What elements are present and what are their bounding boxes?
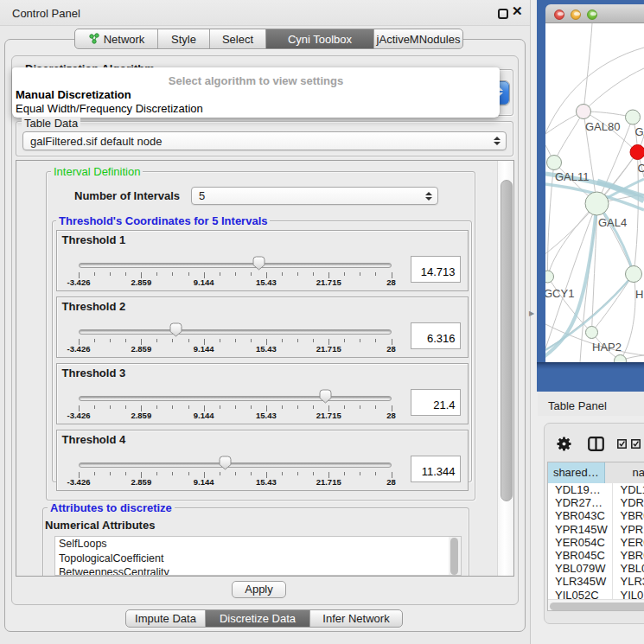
network-node-label: H bbox=[635, 288, 643, 301]
table-data-combobox[interactable]: galFiltered.sif default node bbox=[22, 131, 507, 150]
network-node[interactable] bbox=[586, 327, 598, 339]
slider-thumb[interactable] bbox=[169, 322, 182, 337]
control-panel-title: Control Panel bbox=[12, 7, 80, 20]
slider-tick-label: 21.715 bbox=[307, 277, 350, 287]
cell-name: YBL0 bbox=[613, 562, 644, 575]
slider-tick bbox=[375, 339, 376, 342]
slider-tick-label: 9.144 bbox=[182, 344, 226, 354]
slider-thumb[interactable] bbox=[219, 456, 232, 470]
attributes-group-label: Attributes to discretize bbox=[48, 501, 175, 514]
close-icon[interactable]: ✕ bbox=[512, 3, 523, 19]
settings-vertical-scrollbar[interactable] bbox=[497, 161, 514, 576]
checkbox-checked-icon[interactable] bbox=[617, 439, 627, 449]
cell-shared-name: YLR345W bbox=[548, 575, 613, 588]
network-node[interactable] bbox=[615, 355, 627, 363]
attributes-list[interactable]: SelfLoopsTopologicalCoefficientBetweenne… bbox=[54, 536, 462, 576]
tab-cyni-toolbox[interactable]: Cyni Toolbox bbox=[266, 29, 374, 48]
slider-tick bbox=[375, 272, 376, 276]
slider-track[interactable] bbox=[79, 396, 392, 402]
slider-tick bbox=[220, 272, 220, 276]
slider-thumb[interactable] bbox=[319, 389, 332, 404]
network-node-label: HAP2 bbox=[592, 341, 622, 354]
threshold-value-field[interactable] bbox=[411, 456, 461, 482]
gear-icon[interactable] bbox=[557, 437, 571, 451]
slider-tick-label: 9.144 bbox=[182, 411, 226, 420]
float-window-icon[interactable] bbox=[498, 9, 508, 19]
tab-discretize-data[interactable]: Discretize Data bbox=[206, 610, 310, 627]
threshold-panel-1: Threshold 1-3.4262.8599.14415.4321.71528 bbox=[56, 230, 469, 292]
scrollbar-thumb[interactable] bbox=[550, 603, 644, 610]
network-edge bbox=[583, 23, 592, 112]
table-row[interactable]: YER054CYER0 bbox=[548, 536, 644, 549]
apply-button[interactable]: Apply bbox=[232, 581, 286, 598]
popup-option-equal-width[interactable]: Equal Width/Frequency Discretization bbox=[16, 102, 203, 115]
column-header-name[interactable]: na bbox=[605, 462, 644, 483]
slider-tick bbox=[297, 405, 298, 409]
attribute-list-item[interactable]: SelfLoops bbox=[55, 537, 461, 552]
tab-style[interactable]: Style bbox=[158, 29, 210, 48]
table-row[interactable]: YDR27…YDR2 bbox=[548, 496, 644, 509]
table-panel-title: Table Panel bbox=[548, 399, 607, 412]
slider-tick-label: 21.715 bbox=[307, 411, 350, 420]
column-header-shared-name[interactable]: shared… bbox=[548, 462, 605, 483]
cell-name: YER0 bbox=[613, 536, 644, 549]
network-node[interactable] bbox=[545, 271, 554, 283]
close-traffic-light[interactable] bbox=[554, 10, 564, 20]
network-node[interactable] bbox=[626, 266, 642, 283]
settings-scrollpane: Interval Definition Number of Intervals … bbox=[16, 160, 514, 577]
table-row[interactable]: YDL19…YDL1 bbox=[548, 483, 644, 496]
splitter-arrow-icon[interactable]: ▶ bbox=[529, 309, 534, 317]
threshold-value-field[interactable] bbox=[411, 389, 461, 416]
slider-tick-label: 15.43 bbox=[245, 344, 288, 354]
slider-track[interactable] bbox=[79, 263, 392, 269]
slider-tick-label: 28 bbox=[370, 477, 413, 487]
scrollbar-thumb[interactable] bbox=[501, 180, 513, 501]
popup-option-manual-discretization[interactable]: Manual Discretization bbox=[16, 88, 131, 101]
tab-impute-data[interactable]: Impute Data bbox=[126, 610, 206, 627]
slider-thumb[interactable] bbox=[252, 256, 265, 271]
tab-select[interactable]: Select bbox=[210, 29, 266, 48]
table-row[interactable]: YBR045CYBR0 bbox=[548, 549, 644, 562]
network-node[interactable] bbox=[585, 192, 609, 215]
slider-tick bbox=[235, 272, 236, 276]
network-view-canvas[interactable]: GAL80GACGAL11GAL4GCY1HHAP2 bbox=[545, 23, 644, 362]
slider-track[interactable] bbox=[79, 462, 392, 469]
network-node[interactable] bbox=[547, 156, 562, 170]
attribute-list-item[interactable]: BetweennessCentrality bbox=[55, 565, 461, 576]
table-row[interactable]: YPR145WYPR1 bbox=[548, 523, 644, 536]
network-node[interactable] bbox=[630, 145, 644, 160]
tab-network[interactable]: Network bbox=[75, 29, 158, 48]
slider-tick bbox=[360, 272, 360, 276]
tab-infer-network[interactable]: Infer Network bbox=[310, 610, 402, 627]
table-row[interactable]: YLR345WYLR3 bbox=[548, 575, 644, 588]
zoom-traffic-light[interactable] bbox=[587, 10, 597, 20]
table-row[interactable]: YBR043CYBR0 bbox=[548, 509, 644, 522]
number-of-intervals-combobox[interactable]: 5 bbox=[191, 187, 438, 205]
table-row[interactable]: YIL052CYIL0 bbox=[548, 589, 644, 600]
network-node-label: GAL4 bbox=[598, 216, 627, 229]
window-edge bbox=[537, 362, 644, 369]
threshold-label: Threshold 4 bbox=[62, 433, 126, 446]
table-horizontal-scrollbar[interactable] bbox=[548, 599, 644, 611]
slider-tick bbox=[156, 405, 157, 409]
attributes-list-scrollbar[interactable] bbox=[449, 537, 461, 576]
scrollbar-thumb[interactable] bbox=[450, 538, 458, 575]
table-row[interactable]: YBL079WYBL0 bbox=[548, 562, 644, 575]
network-node[interactable] bbox=[626, 110, 641, 124]
slider-tick bbox=[282, 405, 283, 409]
updown-arrows-icon bbox=[424, 192, 432, 201]
slider-tick-label: 2.859 bbox=[119, 277, 163, 287]
split-columns-icon[interactable] bbox=[588, 437, 604, 451]
checkbox-checked-icon[interactable] bbox=[631, 439, 641, 449]
minimize-traffic-light[interactable] bbox=[571, 10, 581, 20]
network-window-titlebar[interactable] bbox=[545, 4, 644, 23]
threshold-value-field[interactable] bbox=[411, 322, 461, 349]
network-edge bbox=[547, 163, 554, 277]
slider-tick-label: -3.426 bbox=[57, 344, 100, 354]
slider-track[interactable] bbox=[79, 329, 392, 335]
threshold-value-field[interactable] bbox=[411, 256, 461, 283]
attribute-list-item[interactable]: TopologicalCoefficient bbox=[55, 552, 461, 566]
cell-name: YBR0 bbox=[613, 509, 644, 522]
tab-jactivemnodules[interactable]: jActiveMNodules bbox=[374, 29, 462, 48]
network-node[interactable] bbox=[577, 105, 591, 119]
